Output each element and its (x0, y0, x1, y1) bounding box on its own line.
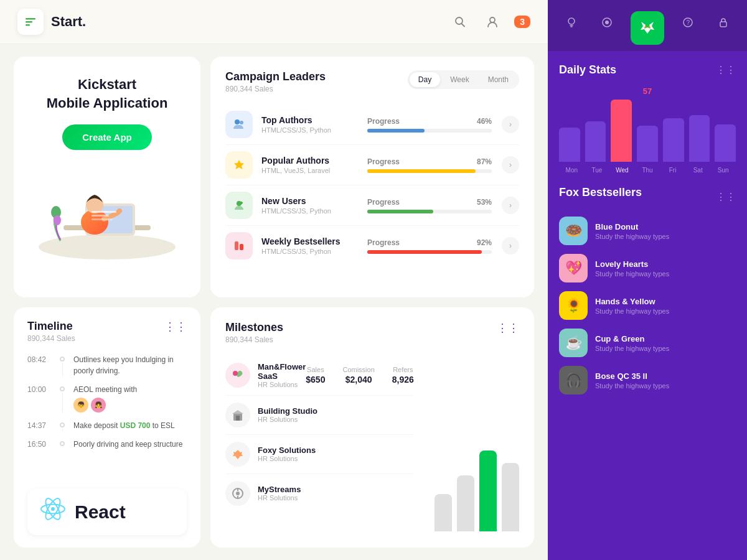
ms-info-1: Building Studio HR Solutions (258, 406, 414, 423)
row-arrow-3[interactable]: › (502, 237, 519, 254)
svg-rect-2 (26, 24, 30, 26)
row-name-1: Popular Authors (261, 156, 357, 166)
daily-stats-header: Daily Stats ⋮⋮ (559, 63, 736, 77)
progress-bar-fill-0 (367, 129, 425, 133)
svg-point-34 (236, 492, 240, 495)
user-icon[interactable] (482, 11, 503, 32)
create-app-button[interactable]: Create App (62, 124, 151, 150)
svg-point-40 (644, 26, 646, 28)
row-tags-0: HTML/CSS/JS, Python (261, 126, 357, 134)
campaign-header: Campaign Leaders 890,344 Sales Day Week … (225, 70, 519, 93)
timeline-items: 08:42 Outlines keep you Indulging in poo… (27, 354, 187, 482)
row-name-0: Top Authors (261, 115, 357, 125)
timeline-dot-3 (60, 441, 65, 446)
progress-label-1: Progress87% (367, 157, 492, 166)
svg-text:?: ? (687, 19, 690, 26)
chart-day-sun: Sun (710, 167, 736, 174)
bs-name-2: Hands & Yellow (595, 297, 736, 306)
row-arrow-0[interactable]: › (502, 116, 519, 133)
panel-top-icons: ? (548, 0, 747, 51)
row-info-2: New Users HTML/CSS/JS, Python (261, 196, 357, 215)
milestone-row-0: Man&Flower SaaS HR Solutions Sales $650 … (225, 355, 414, 396)
milestone-row-3: MyStreams HR Solutions (225, 474, 414, 513)
row-info-1: Popular Authors HTML, VueJS, Laravel (261, 156, 357, 174)
chart-day-wed: Wed (609, 167, 635, 174)
timeline-text-0: Outlines keep you Indulging in poorly dr… (73, 354, 187, 376)
svg-rect-16 (92, 218, 113, 220)
progress-label-0: Progress46% (367, 117, 492, 126)
svg-marker-19 (234, 160, 244, 169)
svg-line-4 (462, 24, 465, 27)
avatar-0: 👦 (73, 398, 88, 413)
svg-rect-15 (92, 215, 109, 217)
campaign-subtitle: 890,344 Sales (225, 85, 326, 93)
chart-bar-tue (585, 121, 606, 162)
bs-info-0: Blue Donut Study the highway types (595, 222, 736, 240)
row-arrow-2[interactable]: › (502, 197, 519, 214)
fox-menu[interactable]: ⋮⋮ (716, 191, 736, 203)
avatar-1: 👧 (91, 398, 106, 413)
panel-icon-lightbulb[interactable] (560, 11, 583, 34)
timeline-dot-1 (60, 386, 65, 391)
timeline-menu[interactable]: ⋮⋮ (164, 320, 187, 334)
milestones-menu[interactable]: ⋮⋮ (497, 321, 519, 335)
react-label: React (75, 502, 126, 523)
bs-sub-3: Study the highway types (595, 345, 736, 352)
bestseller-item-3[interactable]: ☕ Cup & Green Study the highway types (559, 329, 736, 357)
bestseller-item-1[interactable]: 💖 Lovely Hearts Study the highway types (559, 254, 736, 282)
right-panel: ? Daily Stats ⋮⋮ 57 Mon Tue (548, 0, 747, 560)
timeline-dot-2 (60, 422, 65, 427)
tab-day[interactable]: Day (410, 72, 440, 87)
react-logo-icon (40, 496, 66, 528)
bestseller-item-0[interactable]: 🍩 Blue Donut Study the highway types (559, 217, 736, 245)
panel-icon-fox-active[interactable] (631, 11, 664, 45)
chart-bar-wed (611, 100, 632, 162)
timeline-dot-0 (60, 357, 65, 362)
bs-info-2: Hands & Yellow Study the highway types (595, 297, 736, 315)
ms-info-0: Man&Flower SaaS HR Solutions (258, 362, 306, 388)
timeline-item-1000: 10:00 AEOL meeting with 👦 👧 (27, 384, 187, 413)
kickstart-card: Kickstart Mobile Application Create App (14, 57, 200, 297)
fox-header: Fox Bestsellers ⋮⋮ (559, 186, 736, 208)
bs-info-1: Lovely Hearts Study the highway types (595, 259, 736, 278)
bs-sub-0: Study the highway types (595, 233, 736, 240)
tab-month[interactable]: Month (479, 72, 517, 87)
ms-name-2: Foxy Solutions (258, 446, 414, 455)
row-arrow-1[interactable]: › (502, 156, 519, 174)
progress-bar-bg-1 (367, 169, 492, 173)
chart-day-mon: Mon (559, 167, 585, 174)
milestones-card: Milestones 890,344 Sales ⋮⋮ Man&Flower S… (210, 307, 534, 548)
chart-bar-2 (479, 444, 497, 531)
svg-point-28 (51, 507, 55, 511)
chart-day-tue: Tue (585, 167, 610, 174)
bs-thumb-0: 🍩 (559, 217, 588, 245)
panel-icon-audio[interactable] (596, 11, 618, 34)
peak-value-label: 57 (559, 86, 736, 96)
notification-badge[interactable]: 3 (514, 16, 530, 28)
bestseller-item-2[interactable]: 🌻 Hands & Yellow Study the highway types (559, 291, 736, 320)
tab-week[interactable]: Week (441, 72, 477, 87)
chart-bar-3 (502, 444, 519, 531)
progress-bar-fill-2 (367, 210, 433, 213)
bestseller-item-4[interactable]: 🎧 Bose QC 35 II Study the highway types (559, 366, 736, 394)
svg-rect-32 (236, 416, 240, 421)
bs-sub-1: Study the highway types (595, 270, 736, 278)
svg-rect-44 (720, 22, 726, 27)
campaign-title: Campaign Leaders (225, 70, 326, 83)
panel-icon-question[interactable]: ? (677, 11, 699, 34)
milestones-list: Man&Flower SaaS HR Solutions Sales $650 … (225, 355, 414, 534)
svg-rect-14 (92, 211, 116, 213)
chart-day-sat: Sat (685, 167, 711, 174)
search-icon[interactable] (449, 11, 471, 32)
react-badge: React (27, 488, 187, 535)
row-tags-3: HTML/CSS/JS, Python (261, 248, 357, 255)
panel-icon-lock[interactable] (712, 11, 735, 34)
daily-stats-chart: 57 Mon Tue Wed Thu Fri Sat Sun (559, 86, 736, 174)
ms-sub-0: HR Solutions (258, 381, 306, 388)
chart-day-thu: Thu (635, 167, 660, 174)
progress-bar-fill-3 (367, 250, 482, 254)
svg-rect-23 (235, 241, 238, 250)
ms-name-0: Man&Flower SaaS (258, 362, 306, 381)
daily-stats-menu[interactable]: ⋮⋮ (716, 64, 736, 76)
bs-info-4: Bose QC 35 II Study the highway types (595, 371, 736, 390)
